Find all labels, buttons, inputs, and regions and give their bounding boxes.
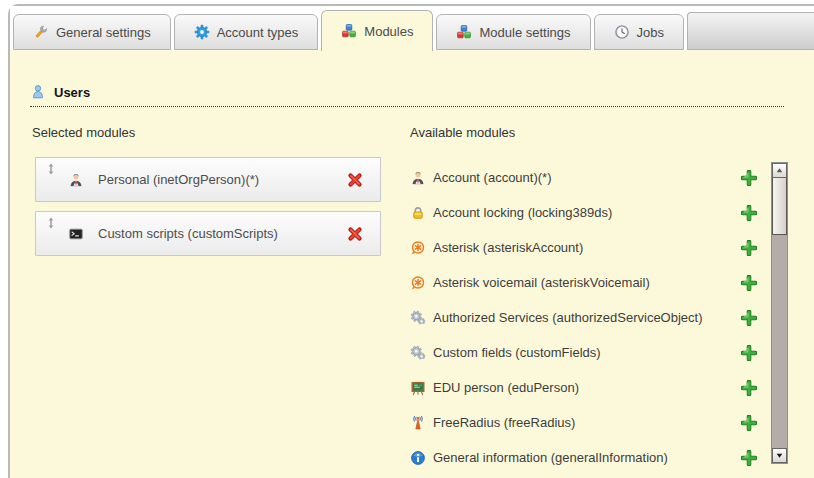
green-plus-icon	[741, 275, 757, 291]
add-module-button[interactable]	[740, 414, 758, 432]
gears-icon	[410, 345, 426, 361]
lock-icon	[410, 205, 426, 221]
selected-modules-label: Selected modules	[32, 125, 135, 140]
up-down-arrow-icon[interactable]	[45, 217, 57, 229]
tab-general-settings[interactable]: General settings	[13, 14, 171, 50]
available-module-account: Account (account)(*)	[410, 160, 758, 195]
green-plus-icon	[741, 205, 757, 221]
gears-icon	[410, 310, 426, 326]
add-module-button[interactable]	[740, 169, 758, 187]
module-label: Account (account)(*)	[433, 170, 552, 185]
info-icon	[410, 450, 426, 466]
available-module-asterisk-voicemail: Asterisk voicemail (asteriskVoicemail)	[410, 265, 758, 300]
settings-panel: General settings Account types Modules M…	[8, 4, 814, 478]
user-icon	[30, 84, 46, 100]
remove-module-button[interactable]	[346, 171, 364, 189]
antenna-icon	[410, 415, 426, 431]
module-label: Asterisk voicemail (asteriskVoicemail)	[433, 275, 650, 290]
module-label: Custom fields (customFields)	[433, 345, 601, 360]
add-module-button[interactable]	[740, 449, 758, 467]
add-module-button[interactable]	[740, 309, 758, 327]
add-module-button[interactable]	[740, 274, 758, 292]
available-module-custom-fields: Custom fields (customFields)	[410, 335, 758, 370]
remove-module-button[interactable]	[346, 225, 364, 243]
add-module-button[interactable]	[740, 239, 758, 257]
green-plus-icon	[741, 380, 757, 396]
available-module-asterisk: Asterisk (asteriskAccount)	[410, 230, 758, 265]
tab-module-settings[interactable]: Module settings	[436, 14, 590, 50]
asterisk-icon	[410, 240, 426, 256]
module-label: FreeRadius (freeRadius)	[433, 415, 575, 430]
scrollbar-down-button[interactable]	[772, 448, 787, 463]
tab-modules[interactable]: Modules	[321, 10, 433, 51]
red-x-icon	[347, 172, 363, 188]
tab-label: Jobs	[637, 25, 664, 40]
green-plus-icon	[741, 310, 757, 326]
available-module-general-information: General information (generalInformation)	[410, 440, 758, 475]
tab-bar-filler	[687, 12, 814, 50]
tab-label: Account types	[217, 25, 299, 40]
scrollbar-thumb[interactable]	[772, 178, 787, 235]
green-plus-icon	[741, 345, 757, 361]
add-module-button[interactable]	[740, 379, 758, 397]
chalkboard-icon	[410, 380, 426, 396]
green-plus-icon	[741, 415, 757, 431]
modules-tab-content: Users Selected modules Available modules…	[10, 50, 814, 478]
available-modules-list: Account (account)(*) Account locking (lo…	[410, 160, 758, 475]
selected-modules-list: Personal (inetOrgPerson)(*) Custom scrip…	[35, 157, 381, 256]
available-module-freeradius: FreeRadius (freeRadius)	[410, 405, 758, 440]
gear-icon	[194, 24, 210, 40]
module-label: Account locking (locking389ds)	[433, 205, 612, 220]
green-plus-icon	[741, 450, 757, 466]
module-label: General information (generalInformation)	[433, 450, 668, 465]
wrench-icon	[33, 24, 49, 40]
module-label: Custom scripts (customScripts)	[98, 226, 278, 241]
scrollbar-up-button[interactable]	[772, 163, 787, 178]
scroll-down-icon	[775, 451, 784, 460]
tab-account-types[interactable]: Account types	[174, 14, 319, 50]
module-label: Asterisk (asteriskAccount)	[433, 240, 583, 255]
module-label: Authorized Services (authorizedServiceOb…	[433, 310, 703, 325]
section-title: Users	[54, 85, 90, 100]
clock-icon	[614, 24, 630, 40]
selected-module-custom-scripts[interactable]: Custom scripts (customScripts)	[35, 211, 381, 256]
red-x-icon	[347, 226, 363, 242]
available-modules-label: Available modules	[410, 125, 515, 140]
available-module-authorized-services: Authorized Services (authorizedServiceOb…	[410, 300, 758, 335]
available-module-edu-person: EDU person (eduPerson)	[410, 370, 758, 405]
available-modules-scrollbar	[771, 162, 788, 464]
scrollbar-track[interactable]	[772, 235, 787, 448]
person-icon	[68, 172, 84, 188]
module-label: Personal (inetOrgPerson)(*)	[98, 172, 259, 187]
module-settings-icon	[456, 24, 472, 40]
tab-label: Module settings	[479, 25, 570, 40]
up-down-arrow-icon[interactable]	[45, 163, 57, 175]
selected-module-personal[interactable]: Personal (inetOrgPerson)(*)	[35, 157, 381, 202]
green-plus-icon	[741, 170, 757, 186]
person-icon	[410, 170, 426, 186]
module-label: EDU person (eduPerson)	[433, 380, 579, 395]
scroll-up-icon	[775, 166, 784, 175]
available-module-account-locking: Account locking (locking389ds)	[410, 195, 758, 230]
users-section-header: Users	[30, 84, 784, 107]
tab-label: Modules	[364, 24, 413, 39]
tab-label: General settings	[56, 25, 151, 40]
add-module-button[interactable]	[740, 344, 758, 362]
tab-jobs[interactable]: Jobs	[594, 14, 684, 50]
terminal-icon	[68, 226, 84, 242]
lam-configuration-page: { "colors": { "content_background": "#fc…	[0, 0, 814, 478]
asterisk-icon	[410, 275, 426, 291]
tab-bar: General settings Account types Modules M…	[10, 6, 814, 50]
green-plus-icon	[741, 240, 757, 256]
modules-icon	[341, 23, 357, 39]
add-module-button[interactable]	[740, 204, 758, 222]
